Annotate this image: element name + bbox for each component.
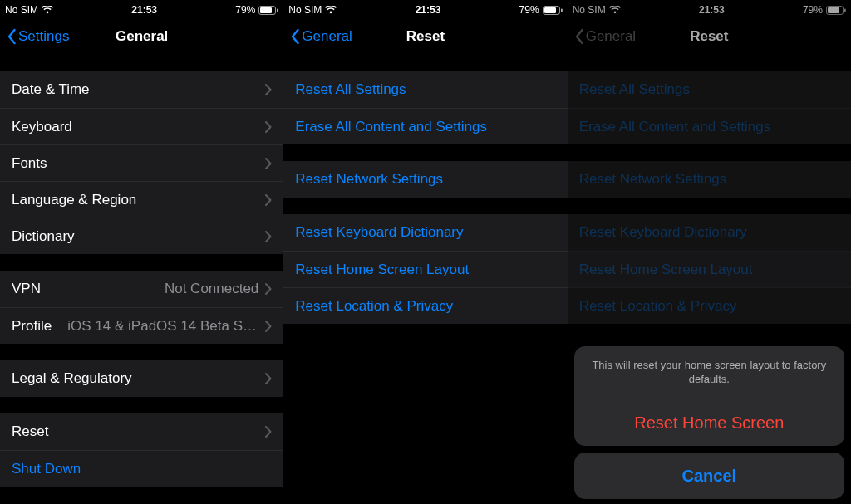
row-label: Date & Time — [12, 81, 90, 98]
svg-rect-7 — [828, 7, 839, 13]
row-label: Reset Location & Privacy — [295, 298, 453, 315]
group-reset-2: Reset Network Settings — [568, 161, 851, 198]
chevron-right-icon — [265, 373, 272, 384]
row-reset-keyboard-dict[interactable]: Reset Keyboard Dictionary — [283, 214, 567, 251]
row-vpn[interactable]: VPN Not Connected — [0, 271, 283, 307]
row-label: Reset All Settings — [579, 81, 690, 98]
panel-reset: No SIM 21:53 79% General Reset — [283, 0, 567, 504]
wifi-icon — [42, 6, 53, 14]
row-erase-all[interactable]: Erase All Content and Settings — [283, 108, 567, 144]
nav-title: Reset — [690, 28, 728, 45]
panel-general: No SIM 21:53 79% Settings General — [0, 0, 283, 504]
svg-rect-4 — [544, 7, 556, 13]
chevron-left-icon — [574, 28, 584, 45]
chevron-left-icon — [290, 28, 300, 45]
row-detail: iOS 14 & iPadOS 14 Beta Softwar... — [67, 318, 258, 335]
group-reset-1: Reset All Settings Erase All Content and… — [568, 71, 851, 144]
row-reset-all-settings: Reset All Settings — [568, 71, 851, 108]
row-language-region[interactable]: Language & Region — [0, 181, 283, 218]
clock-text: 21:53 — [131, 4, 157, 16]
chevron-right-icon — [265, 231, 272, 242]
status-bar: No SIM 21:53 79% — [0, 0, 283, 18]
row-label: Reset Network Settings — [295, 171, 443, 188]
chevron-right-icon — [265, 84, 272, 95]
nav-bar: General Reset — [568, 18, 851, 55]
row-erase-all: Erase All Content and Settings — [568, 108, 851, 144]
battery-icon — [543, 6, 563, 15]
panel-reset-confirm: No SIM 21:53 79% General Reset — [568, 0, 851, 504]
carrier-text: No SIM — [288, 4, 322, 16]
chevron-right-icon — [265, 426, 272, 438]
battery-icon — [258, 6, 278, 15]
row-reset[interactable]: Reset — [0, 413, 283, 450]
row-shutdown[interactable]: Shut Down — [0, 450, 283, 487]
chevron-left-icon — [7, 28, 17, 45]
status-bar: No SIM 21:53 79% — [283, 0, 567, 18]
reset-home-screen-button[interactable]: Reset Home Screen — [574, 399, 844, 446]
chevron-right-icon — [265, 283, 272, 295]
row-label: Erase All Content and Settings — [579, 119, 771, 135]
action-sheet-message: This will reset your home screen layout … — [574, 346, 844, 399]
row-fonts[interactable]: Fonts — [0, 144, 283, 181]
group-reset-3: Reset Keyboard Dictionary Reset Home Scr… — [283, 214, 567, 324]
row-label: Profile — [12, 318, 52, 335]
back-button-settings[interactable]: Settings — [3, 18, 72, 55]
back-button-general: General — [571, 18, 639, 55]
row-label: Language & Region — [12, 192, 136, 208]
row-label: Reset Network Settings — [579, 171, 727, 188]
back-button-general[interactable]: General — [287, 18, 355, 55]
chevron-right-icon — [265, 121, 272, 133]
group-general-3: Legal & Regulatory — [0, 360, 283, 397]
row-date-time[interactable]: Date & Time — [0, 71, 283, 108]
action-sheet-cancel-block: Cancel — [574, 453, 844, 499]
action-sheet: This will reset your home screen layout … — [574, 346, 844, 499]
row-reset-network[interactable]: Reset Network Settings — [283, 161, 567, 198]
carrier-text: No SIM — [573, 4, 606, 16]
row-label: Reset Keyboard Dictionary — [579, 224, 747, 241]
wifi-icon — [325, 6, 337, 14]
row-label: Dictionary — [12, 228, 75, 245]
row-label: Shut Down — [12, 461, 81, 477]
row-reset-all-settings[interactable]: Reset All Settings — [283, 71, 567, 108]
battery-text: 79% — [519, 4, 539, 16]
row-label: VPN — [12, 281, 41, 297]
group-general-1: Date & Time Keyboard Fonts Language & Re… — [0, 71, 283, 254]
group-general-4: Reset Shut Down — [0, 413, 283, 487]
group-reset-2: Reset Network Settings — [283, 161, 567, 198]
chevron-right-icon — [265, 194, 272, 206]
row-label: Keyboard — [12, 119, 72, 135]
row-reset-network: Reset Network Settings — [568, 161, 851, 198]
row-dictionary[interactable]: Dictionary — [0, 218, 283, 254]
battery-text: 79% — [235, 4, 255, 16]
row-label: Legal & Regulatory — [12, 370, 132, 387]
row-label: Fonts — [12, 155, 47, 172]
row-reset-keyboard-dict: Reset Keyboard Dictionary — [568, 214, 851, 251]
chevron-right-icon — [265, 321, 272, 332]
row-reset-location-privacy[interactable]: Reset Location & Privacy — [283, 287, 567, 324]
row-keyboard[interactable]: Keyboard — [0, 108, 283, 144]
row-reset-home-layout[interactable]: Reset Home Screen Layout — [283, 251, 567, 287]
row-profile[interactable]: Profile iOS 14 & iPadOS 14 Beta Softwar.… — [0, 307, 283, 344]
back-label: General — [302, 28, 352, 45]
svg-rect-8 — [844, 8, 846, 12]
group-general-2: VPN Not Connected Profile iOS 14 & iPadO… — [0, 271, 283, 344]
svg-rect-2 — [277, 8, 278, 12]
nav-title: Reset — [406, 28, 445, 45]
group-reset-1: Reset All Settings Erase All Content and… — [283, 71, 567, 144]
row-detail: Not Connected — [165, 281, 258, 297]
row-label: Reset Home Screen Layout — [295, 262, 469, 278]
row-legal[interactable]: Legal & Regulatory — [0, 360, 283, 397]
svg-rect-5 — [561, 8, 563, 12]
action-sheet-main: This will reset your home screen layout … — [574, 346, 844, 446]
row-label: Reset Keyboard Dictionary — [295, 224, 463, 241]
nav-title: General — [116, 28, 168, 45]
clock-text: 21:53 — [416, 4, 441, 16]
row-label: Reset All Settings — [295, 81, 406, 98]
cancel-button[interactable]: Cancel — [574, 453, 844, 499]
row-label: Reset Location & Privacy — [579, 298, 737, 315]
battery-text: 79% — [803, 4, 823, 16]
row-label: Reset — [12, 423, 48, 440]
row-reset-home-layout: Reset Home Screen Layout — [568, 251, 851, 287]
back-label: Settings — [18, 28, 69, 45]
group-reset-3: Reset Keyboard Dictionary Reset Home Scr… — [568, 214, 851, 324]
